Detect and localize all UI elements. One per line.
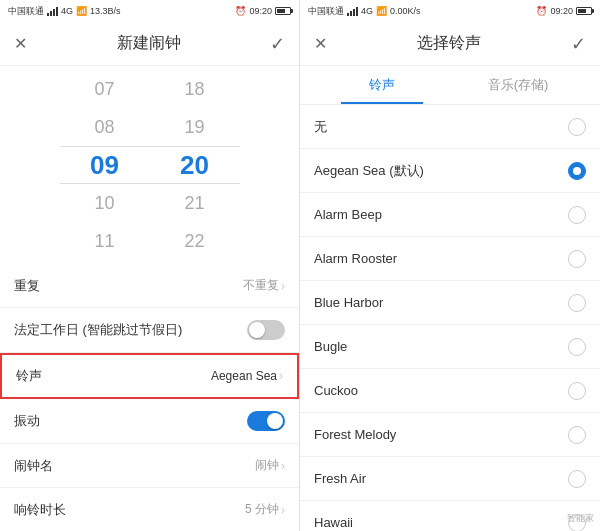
hours-column[interactable]: 07 08 09 10 11 bbox=[75, 70, 135, 260]
ringtone-bugle-label: Bugle bbox=[314, 339, 347, 354]
setting-ringtone-label: 铃声 bbox=[16, 367, 42, 385]
setting-repeat-value: 不重复 › bbox=[243, 277, 285, 294]
vibration-toggle[interactable] bbox=[247, 411, 285, 431]
min-18[interactable]: 18 bbox=[165, 70, 225, 108]
workday-toggle[interactable] bbox=[247, 320, 285, 340]
ringtone-none-label: 无 bbox=[314, 118, 327, 136]
left-speed: 13.3B/s bbox=[90, 6, 121, 16]
hour-08[interactable]: 08 bbox=[75, 108, 135, 146]
left-carrier: 中国联通 bbox=[8, 5, 44, 18]
left-panel: 中国联通 4G 📶 13.3B/s ⏰ 09:20 ✕ 新建闹钟 ✓ bbox=[0, 0, 300, 531]
hour-11[interactable]: 11 bbox=[75, 222, 135, 260]
left-signal-icon bbox=[47, 7, 58, 16]
ringtone-bugle[interactable]: Bugle bbox=[300, 325, 600, 369]
radio-alarm-rooster[interactable] bbox=[568, 250, 586, 268]
left-time: 09:20 bbox=[249, 6, 272, 16]
left-close-button[interactable]: ✕ bbox=[14, 34, 27, 53]
ringtone-cuckoo-label: Cuckoo bbox=[314, 383, 358, 398]
ringtone-aegean[interactable]: Aegean Sea (默认) bbox=[300, 149, 600, 193]
radio-bugle[interactable] bbox=[568, 338, 586, 356]
ringtone-alarm-beep-label: Alarm Beep bbox=[314, 207, 382, 222]
right-close-button[interactable]: ✕ bbox=[314, 34, 327, 53]
setting-ring-duration-label: 响铃时长 bbox=[14, 501, 66, 519]
radio-aegean[interactable] bbox=[568, 162, 586, 180]
left-battery-icon bbox=[275, 7, 291, 15]
radio-forest-melody[interactable] bbox=[568, 426, 586, 444]
min-22[interactable]: 22 bbox=[165, 222, 225, 260]
left-alarm-icon: ⏰ bbox=[235, 6, 246, 16]
chevron-icon-duration: › bbox=[281, 503, 285, 517]
right-speed: 0.00K/s bbox=[390, 6, 421, 16]
right-status-bar: 中国联通 4G 📶 0.00K/s ⏰ 09:20 bbox=[300, 0, 600, 22]
radio-inner-aegean bbox=[573, 167, 581, 175]
setting-vibration[interactable]: 振动 bbox=[0, 399, 299, 444]
right-signal-icon bbox=[347, 7, 358, 16]
setting-vibration-label: 振动 bbox=[14, 412, 40, 430]
minutes-column[interactable]: 18 19 20 21 22 bbox=[165, 70, 225, 260]
tab-music[interactable]: 音乐(存储) bbox=[450, 66, 586, 104]
ringtone-hawaii-label: Hawaii bbox=[314, 515, 353, 530]
ringtone-blue-harbor[interactable]: Blue Harbor bbox=[300, 281, 600, 325]
ringtone-forest-melody[interactable]: Forest Melody bbox=[300, 413, 600, 457]
right-confirm-button[interactable]: ✓ bbox=[571, 33, 586, 55]
setting-workday-label: 法定工作日 (智能跳过节假日) bbox=[14, 321, 182, 339]
ringtone-alarm-rooster-label: Alarm Rooster bbox=[314, 251, 397, 266]
tab-ringtone-label: 铃声 bbox=[369, 77, 395, 92]
radio-alarm-beep[interactable] bbox=[568, 206, 586, 224]
left-right-status: ⏰ 09:20 bbox=[235, 6, 291, 16]
radio-fresh-air[interactable] bbox=[568, 470, 586, 488]
left-title: 新建闹钟 bbox=[117, 33, 181, 54]
ringtone-alarm-rooster[interactable]: Alarm Rooster bbox=[300, 237, 600, 281]
chevron-icon-name: › bbox=[281, 459, 285, 473]
setting-workday[interactable]: 法定工作日 (智能跳过节假日) bbox=[0, 308, 299, 353]
right-time: 09:20 bbox=[550, 6, 573, 16]
hour-09-selected[interactable]: 09 bbox=[75, 146, 135, 184]
right-carrier-info: 中国联通 4G 📶 0.00K/s bbox=[308, 5, 421, 18]
radio-blue-harbor[interactable] bbox=[568, 294, 586, 312]
right-battery-icon bbox=[576, 7, 592, 15]
right-network: 4G bbox=[361, 6, 373, 16]
tab-ringtone[interactable]: 铃声 bbox=[314, 66, 450, 104]
setting-ringtone[interactable]: 铃声 Aegean Sea › bbox=[0, 353, 299, 399]
setting-alarm-name-value: 闹钟 › bbox=[255, 457, 285, 474]
watermark: 智能家 bbox=[567, 512, 594, 525]
ringtone-none[interactable]: 无 bbox=[300, 105, 600, 149]
hour-10[interactable]: 10 bbox=[75, 184, 135, 222]
chevron-icon: › bbox=[281, 279, 285, 293]
ringtone-aegean-label: Aegean Sea (默认) bbox=[314, 162, 424, 180]
setting-repeat-label: 重复 bbox=[14, 277, 40, 295]
radio-cuckoo[interactable] bbox=[568, 382, 586, 400]
min-21[interactable]: 21 bbox=[165, 184, 225, 222]
left-status-bar: 中国联通 4G 📶 13.3B/s ⏰ 09:20 bbox=[0, 0, 299, 22]
setting-repeat[interactable]: 重复 不重复 › bbox=[0, 264, 299, 308]
hour-07[interactable]: 07 bbox=[75, 70, 135, 108]
left-carrier-info: 中国联通 4G 📶 13.3B/s bbox=[8, 5, 121, 18]
right-panel: 中国联通 4G 📶 0.00K/s ⏰ 09:20 ✕ 选择铃声 ✓ 铃声 bbox=[300, 0, 600, 531]
ringtone-forest-melody-label: Forest Melody bbox=[314, 427, 396, 442]
ringtone-cuckoo[interactable]: Cuckoo bbox=[300, 369, 600, 413]
time-picker: 07 08 09 10 11 18 19 20 21 22 bbox=[0, 66, 299, 264]
right-wifi-icon: 📶 bbox=[376, 6, 387, 16]
ringtone-hawaii[interactable]: Hawaii bbox=[300, 501, 600, 531]
setting-ringtone-value: Aegean Sea › bbox=[211, 369, 283, 383]
setting-alarm-name[interactable]: 闹钟名 闹钟 › bbox=[0, 444, 299, 488]
radio-none[interactable] bbox=[568, 118, 586, 136]
ringtone-blue-harbor-label: Blue Harbor bbox=[314, 295, 383, 310]
tab-music-label: 音乐(存储) bbox=[488, 77, 549, 92]
left-network: 4G bbox=[61, 6, 73, 16]
ringtone-list: 无 Aegean Sea (默认) Alarm Beep Alarm Roost… bbox=[300, 105, 600, 531]
right-carrier: 中国联通 bbox=[308, 5, 344, 18]
ringtone-fresh-air-label: Fresh Air bbox=[314, 471, 366, 486]
left-confirm-button[interactable]: ✓ bbox=[270, 33, 285, 55]
chevron-icon-ringtone: › bbox=[279, 369, 283, 383]
min-20-selected[interactable]: 20 bbox=[165, 146, 225, 184]
setting-ring-duration[interactable]: 响铃时长 5 分钟 › bbox=[0, 488, 299, 531]
min-19[interactable]: 19 bbox=[165, 108, 225, 146]
ringtone-alarm-beep[interactable]: Alarm Beep bbox=[300, 193, 600, 237]
setting-alarm-name-label: 闹钟名 bbox=[14, 457, 53, 475]
left-header: ✕ 新建闹钟 ✓ bbox=[0, 22, 299, 66]
ringtone-fresh-air[interactable]: Fresh Air bbox=[300, 457, 600, 501]
right-title: 选择铃声 bbox=[417, 33, 481, 54]
right-alarm-icon: ⏰ bbox=[536, 6, 547, 16]
right-right-status: ⏰ 09:20 bbox=[536, 6, 592, 16]
